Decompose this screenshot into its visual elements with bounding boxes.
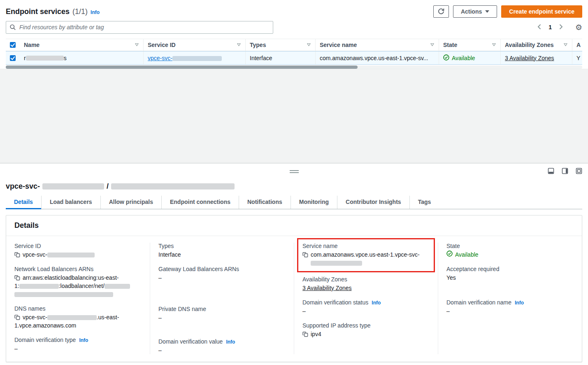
horizontal-scrollbar[interactable]: [6, 66, 582, 69]
field-domain-verification-type: Domain verification type Info –: [14, 337, 142, 353]
chevron-down-icon: [485, 10, 489, 13]
cell-name: rs: [20, 51, 143, 64]
header-checkbox-cell: [6, 39, 20, 51]
redacted: [111, 183, 235, 190]
column-header-service-name[interactable]: Service name: [315, 39, 439, 51]
page-header: Endpoint services (1/1) Info Actions Cre…: [6, 5, 582, 18]
split-panel-drag-handle[interactable]: [290, 170, 299, 173]
tab-monitoring[interactable]: Monitoring: [291, 196, 337, 209]
filter-icon[interactable]: [563, 42, 568, 48]
column-header-acceptance[interactable]: A: [572, 39, 582, 51]
cell-availability-zones: 3 Availability Zones: [500, 51, 572, 64]
field-domain-verification-status: Domain verification status Info –: [302, 299, 430, 315]
tab-details[interactable]: Details: [6, 196, 41, 209]
redacted: [47, 253, 95, 257]
redacted: [172, 56, 222, 61]
filter-icon[interactable]: [307, 42, 311, 48]
column-header-availability-zones[interactable]: Availability Zones: [500, 39, 572, 51]
field-availability-zones: Availability Zones 3 Availability Zones: [302, 276, 430, 292]
panel-maximize-icon[interactable]: [576, 168, 582, 174]
panel-position-bottom-icon[interactable]: [548, 168, 554, 174]
copy-icon[interactable]: [14, 275, 20, 281]
redacted: [26, 56, 64, 61]
field-service-name: Service name com.amazonaws.vpce.us-east-…: [302, 243, 430, 267]
detail-tabs: Details Load balancers Allow principals …: [6, 196, 582, 209]
availability-zones-link[interactable]: 3 Availability Zones: [302, 285, 352, 291]
next-page-button[interactable]: [556, 22, 566, 33]
tab-tags[interactable]: Tags: [409, 196, 439, 209]
split-panel-controls: [548, 168, 582, 174]
cell-state: Available: [439, 51, 500, 64]
filter-icon[interactable]: [135, 42, 139, 48]
availability-zones-link[interactable]: 3 Availability Zones: [505, 55, 554, 61]
column-header-types[interactable]: Types: [245, 39, 315, 51]
copy-icon[interactable]: [14, 252, 20, 257]
field-gateway-load-balancers: Gateway Load Balancers ARNs –: [158, 266, 286, 282]
details-card-body: Service ID vpce-svc- Network Load Balanc…: [6, 236, 582, 362]
check-circle-icon: [443, 54, 449, 62]
details-card-header: Details: [6, 215, 582, 236]
service-id-link[interactable]: vpce-svc-: [148, 55, 222, 61]
current-page[interactable]: 1: [546, 24, 554, 30]
info-link[interactable]: Info: [515, 300, 524, 306]
filter-icon[interactable]: [492, 42, 496, 48]
annotation-highlight-box: Service name com.amazonaws.vpce.us-east-…: [297, 238, 435, 272]
tab-contributor-insights[interactable]: Contributor Insights: [337, 196, 409, 209]
details-column-1: Service ID vpce-svc- Network Load Balanc…: [6, 243, 150, 354]
field-acceptance-required: Acceptance required Yes: [446, 266, 574, 282]
search-input[interactable]: [6, 21, 273, 34]
info-link[interactable]: Info: [79, 337, 88, 343]
header-actions: Actions Create endpoint service: [433, 5, 582, 18]
tab-endpoint-connections[interactable]: Endpoint connections: [161, 196, 239, 209]
detail-panel-title: vpce-svc- /: [6, 182, 582, 191]
check-circle-icon: [446, 250, 453, 259]
pagination: 1 ⚙: [534, 22, 582, 33]
details-card: Details Service ID vpce-svc- Network Loa…: [6, 215, 582, 362]
actions-label: Actions: [461, 8, 482, 15]
status-badge: Available: [446, 250, 479, 259]
cell-service-name: com.amazonaws.vpce.us-east-1.vpce-sv...: [315, 51, 439, 64]
actions-button[interactable]: Actions: [453, 5, 497, 18]
row-checkbox[interactable]: [10, 55, 16, 61]
field-domain-verification-name: Domain verification name Info –: [446, 299, 574, 315]
status-badge: Available: [443, 54, 475, 62]
info-link[interactable]: Info: [372, 300, 381, 306]
toolbar: 1 ⚙: [6, 21, 582, 34]
create-endpoint-service-button[interactable]: Create endpoint service: [501, 5, 582, 18]
table-row[interactable]: rs vpce-svc- Interface com.amazonaws.vpc…: [6, 51, 582, 65]
content-background: [0, 69, 588, 163]
tab-load-balancers[interactable]: Load balancers: [41, 196, 100, 209]
panel-position-side-icon[interactable]: [562, 168, 568, 174]
copy-icon[interactable]: [14, 314, 20, 320]
page-title-text: Endpoint services: [6, 7, 70, 16]
redacted: [311, 261, 362, 266]
previous-page-button[interactable]: [534, 22, 544, 33]
copy-icon[interactable]: [302, 331, 308, 337]
details-heading: Details: [14, 221, 574, 230]
info-link[interactable]: Info: [91, 9, 100, 15]
filter-icon[interactable]: [237, 42, 241, 48]
column-header-name[interactable]: Name: [20, 39, 143, 51]
result-count: (1/1): [72, 7, 88, 16]
refresh-button[interactable]: [433, 5, 449, 18]
field-state: State Available: [446, 243, 574, 259]
search-box: [6, 21, 273, 34]
redacted: [47, 315, 97, 320]
scrollbar-thumb[interactable]: [6, 66, 358, 69]
settings-gear-icon[interactable]: ⚙: [575, 23, 582, 31]
cell-service-id: vpce-svc-: [143, 51, 245, 64]
split-panel-divider: [0, 163, 588, 180]
cell-acceptance: Y: [572, 51, 582, 64]
tab-allow-principals[interactable]: Allow principals: [100, 196, 161, 209]
tab-notifications[interactable]: Notifications: [239, 196, 291, 209]
info-link[interactable]: Info: [226, 339, 235, 345]
select-all-checkbox[interactable]: [10, 42, 16, 48]
copy-icon[interactable]: [302, 252, 308, 257]
cell-types: Interface: [245, 51, 315, 64]
field-types: Types Interface: [158, 243, 286, 259]
column-header-state[interactable]: State: [439, 39, 500, 51]
redacted: [42, 183, 104, 190]
redacted: [14, 292, 113, 297]
column-header-service-id[interactable]: Service ID: [143, 39, 245, 51]
filter-icon[interactable]: [430, 42, 435, 48]
